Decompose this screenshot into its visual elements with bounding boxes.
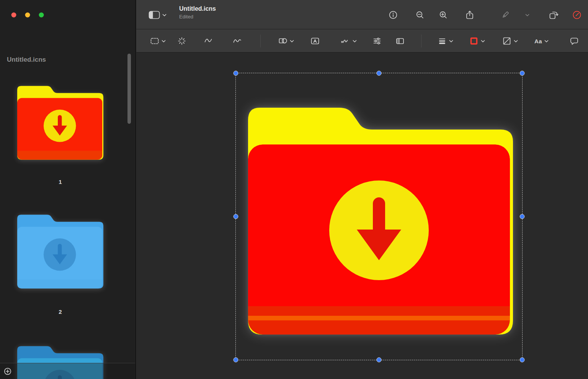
sidebar-toggle-icon — [149, 10, 160, 20]
selection-handle-ne[interactable] — [520, 71, 525, 76]
share-icon — [465, 10, 474, 20]
rotate-icon — [549, 10, 559, 20]
main-area: Untitled.icns Edited — [136, 0, 588, 379]
instant-alpha-icon — [177, 36, 186, 46]
adjust-sliders-icon — [372, 36, 382, 46]
sign-icon — [340, 36, 350, 46]
text-style-label: Aa — [534, 38, 542, 44]
sidebar-footer — [0, 363, 135, 379]
sketch-icon — [204, 36, 213, 46]
document-title-block: Untitled.icns Edited — [179, 5, 216, 20]
canvas[interactable] — [136, 53, 588, 379]
sidebar-thumbnail-1[interactable] — [17, 86, 103, 160]
chevron-down-icon — [525, 14, 529, 16]
draw-tool-button[interactable] — [233, 30, 242, 53]
markup-chevron-button[interactable] — [524, 9, 530, 21]
instant-alpha-button[interactable] — [177, 30, 186, 53]
chevron-down-icon — [544, 40, 549, 43]
text-tool-icon — [310, 36, 320, 46]
thumbnail-1-label: 1 — [17, 179, 103, 185]
selection-handle-nw[interactable] — [234, 71, 238, 76]
draw-icon — [233, 36, 242, 46]
selection-box[interactable] — [235, 73, 523, 360]
chevron-down-icon — [290, 40, 294, 43]
selection-handle-w[interactable] — [234, 214, 238, 219]
folder-bottom-band — [17, 151, 102, 159]
close-button[interactable] — [11, 13, 16, 18]
zoom-out-button[interactable] — [414, 9, 426, 21]
selection-handle-s[interactable] — [377, 358, 382, 363]
document-status: Edited — [179, 14, 216, 20]
selection-tool-button[interactable] — [150, 30, 166, 53]
shapes-tool-button[interactable] — [278, 30, 294, 53]
sidebar-scrollbar[interactable] — [127, 54, 131, 124]
markup-pencil-button[interactable] — [500, 9, 511, 21]
annotate-icon — [572, 10, 581, 20]
document-title: Untitled.icns — [179, 5, 216, 12]
speech-bubble-icon — [570, 36, 579, 46]
toolbar-separator — [260, 34, 261, 48]
shapes-icon — [278, 36, 287, 46]
folder-thumbnail-2-art — [17, 215, 103, 289]
traffic-lights — [11, 12, 47, 18]
crop-frame-icon — [395, 36, 405, 46]
sidebar-toggle-button[interactable] — [149, 9, 167, 21]
zoom-out-icon — [415, 10, 425, 20]
sidebar: Untitled.icns 1 — [0, 0, 136, 379]
chevron-down-icon — [162, 14, 167, 16]
chevron-down-icon — [353, 40, 357, 43]
titlebar: Untitled.icns Edited — [136, 0, 588, 29]
crop-button[interactable] — [395, 30, 405, 53]
chevron-down-icon — [481, 40, 485, 43]
rotate-button[interactable] — [548, 9, 560, 21]
thumbnail-2-label: 2 — [17, 308, 103, 315]
sidebar-filename: Untitled.icns — [7, 56, 46, 64]
text-style-button[interactable]: Aa — [534, 30, 549, 53]
markup-pencil-icon — [501, 10, 510, 20]
sign-tool-button[interactable] — [340, 30, 357, 53]
folder-thumbnail-1-art — [17, 86, 103, 160]
toolbar-separator — [421, 34, 421, 48]
text-tool-button[interactable] — [310, 30, 320, 53]
zoom-in-button[interactable] — [438, 9, 449, 21]
fill-color-button[interactable] — [502, 30, 518, 53]
info-button[interactable] — [387, 9, 399, 21]
preview-window: Untitled.icns 1 — [0, 0, 588, 379]
chevron-down-icon — [449, 40, 453, 43]
note-button[interactable] — [570, 30, 579, 53]
info-icon — [389, 10, 398, 20]
selection-handle-se[interactable] — [520, 358, 525, 363]
markup-toolbar: Aa — [136, 30, 588, 53]
sketch-tool-button[interactable] — [204, 30, 213, 53]
share-button[interactable] — [464, 9, 475, 21]
fill-color-swatch-icon — [502, 36, 511, 46]
line-weight-icon — [438, 36, 447, 46]
shape-style-button[interactable] — [438, 30, 453, 53]
adjust-button[interactable] — [372, 30, 382, 53]
border-color-swatch-icon — [469, 36, 479, 46]
selection-handle-sw[interactable] — [234, 358, 238, 363]
add-page-button[interactable] — [4, 368, 11, 375]
selection-handle-n[interactable] — [377, 71, 382, 76]
sidebar-thumbnail-2[interactable] — [17, 215, 103, 289]
selection-handle-e[interactable] — [520, 214, 525, 219]
chevron-down-icon — [162, 40, 166, 43]
annotate-button[interactable] — [571, 9, 583, 21]
zoom-button[interactable] — [39, 13, 44, 18]
chevron-down-icon — [514, 40, 518, 43]
border-color-button[interactable] — [469, 30, 485, 53]
zoom-in-icon — [439, 10, 448, 20]
folder-bottom-band — [17, 279, 102, 288]
minimize-button[interactable] — [25, 13, 30, 18]
selection-tool-icon — [150, 36, 159, 46]
